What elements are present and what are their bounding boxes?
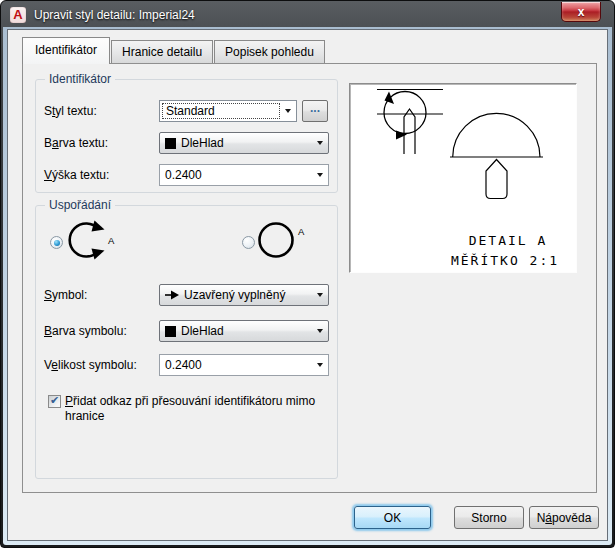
symbol-combobox[interactable]: Uzavřený vyplněný xyxy=(159,284,329,306)
tab-identifikator[interactable]: Identifikátor xyxy=(22,37,110,64)
symbol-size-value: 0.2400 xyxy=(165,358,202,372)
text-color-value: DleHlad xyxy=(181,136,224,150)
svg-text:A: A xyxy=(298,226,305,237)
window-title: Upravit styl detailu: Imperial24 xyxy=(34,8,195,22)
ok-button[interactable]: OK xyxy=(354,506,431,529)
svg-text:A: A xyxy=(108,235,115,246)
group-identifier-title: Identifikátor xyxy=(45,72,115,86)
color-swatch-icon xyxy=(165,326,176,337)
text-height-combobox[interactable]: 0.2400 xyxy=(159,164,329,186)
text-style-combobox[interactable]: Standard xyxy=(159,100,297,122)
symbol-size-combobox[interactable]: 0.2400 xyxy=(159,354,329,376)
close-button[interactable]: x xyxy=(561,2,601,22)
text-height-label: Výška textu: xyxy=(44,164,109,186)
filled-arrow-icon xyxy=(165,290,180,300)
style-preview-panel: DETAIL A MĚŘÍTKO 2:1 xyxy=(349,83,577,273)
text-style-label: Styl textu: xyxy=(44,100,97,122)
tab-hranice-detailu[interactable]: Hranice detailu xyxy=(111,40,213,63)
check-icon: ✔ xyxy=(50,395,59,406)
dropdown-arrow-icon xyxy=(317,293,323,297)
color-swatch-icon xyxy=(165,138,176,149)
dropdown-arrow-icon xyxy=(317,363,323,367)
dropdown-arrow-icon xyxy=(317,329,323,333)
text-color-label: Barva textu: xyxy=(44,132,108,154)
dropdown-arrow-icon xyxy=(317,141,323,145)
text-height-value: 0.2400 xyxy=(165,168,202,182)
dialog-window: A Upravit styl detailu: Imperial24 x Ide… xyxy=(0,0,615,548)
dialog-client-area: Identifikátor Hranice detailu Popisek po… xyxy=(7,29,608,541)
tab-popisek-pohledu[interactable]: Popisek pohledu xyxy=(214,40,325,63)
symbol-color-value: DleHlad xyxy=(181,324,224,338)
preview-caption-line2: MĚŘÍTKO 2:1 xyxy=(451,253,559,268)
dropdown-arrow-icon xyxy=(317,173,323,177)
text-style-browse-button[interactable]: ... xyxy=(302,100,328,122)
symbol-size-label: Velikost symbolu: xyxy=(44,354,137,376)
text-style-value: Standard xyxy=(166,104,215,118)
preview-drawing: DETAIL A MĚŘÍTKO 2:1 xyxy=(350,84,576,272)
arrangement-radio-rotated[interactable] xyxy=(50,236,63,249)
close-icon: x xyxy=(578,6,585,18)
help-button[interactable]: Nápověda xyxy=(529,506,599,529)
autocad-logo-icon: A xyxy=(10,7,26,23)
title-bar[interactable]: A Upravit styl detailu: Imperial24 x xyxy=(1,1,614,29)
rotated-circle-arrows-icon: A xyxy=(63,218,121,262)
leader-checkbox-label: Přidat odkaz při přesouvání identifikáto… xyxy=(65,394,345,424)
symbol-label: Symbol: xyxy=(44,284,87,306)
symbol-color-label: Barva symbolu: xyxy=(44,320,127,342)
cancel-button[interactable]: Storno xyxy=(454,506,524,529)
text-color-combobox[interactable]: DleHlad xyxy=(159,132,329,154)
symbol-value: Uzavřený vyplněný xyxy=(184,288,285,302)
symbol-color-combobox[interactable]: DleHlad xyxy=(159,320,329,342)
dropdown-arrow-icon xyxy=(285,109,291,113)
tab-strip: Identifikátor Hranice detailu Popisek po… xyxy=(22,37,326,63)
group-arrangement-title: Uspořádání xyxy=(45,198,115,212)
preview-caption-line1: DETAIL A xyxy=(469,233,548,248)
plain-circle-icon: A xyxy=(254,218,312,262)
leader-checkbox[interactable]: ✔ xyxy=(48,395,61,408)
